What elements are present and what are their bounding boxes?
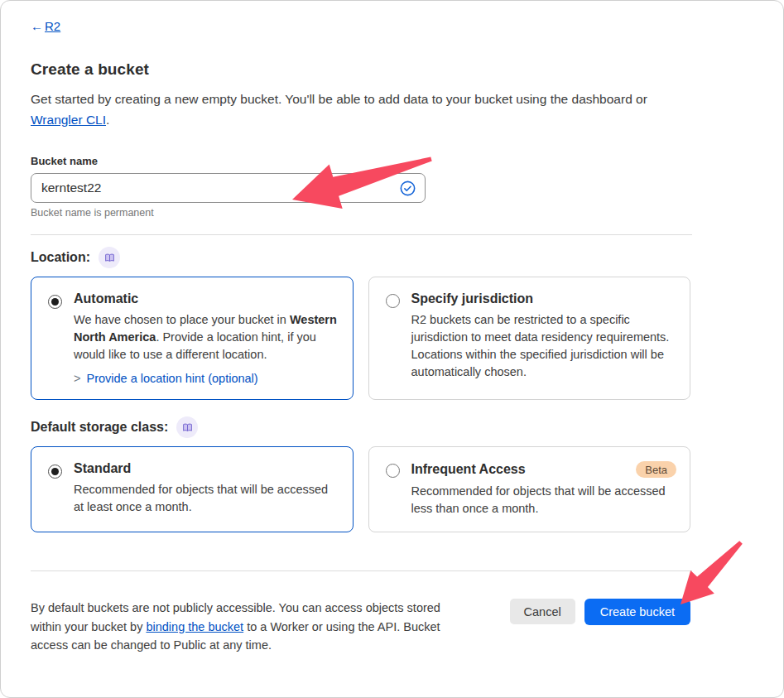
radio-infrequent[interactable] bbox=[386, 464, 400, 478]
bucket-name-helper: Bucket name is permanent bbox=[31, 207, 690, 219]
desc-before: We have chosen to place your bucket in bbox=[74, 313, 290, 326]
storage-class-label: Default storage class: bbox=[31, 420, 168, 435]
intro-text-before: Get started by creating a new empty buck… bbox=[31, 92, 647, 106]
location-section-header: Location: bbox=[31, 247, 690, 268]
storage-docs-icon[interactable] bbox=[176, 416, 198, 438]
bucket-name-input-wrap bbox=[31, 173, 426, 203]
intro-text-after: . bbox=[106, 113, 109, 127]
open-book-icon bbox=[182, 422, 193, 433]
radio-standard[interactable] bbox=[48, 465, 62, 479]
cancel-button[interactable]: Cancel bbox=[510, 599, 575, 624]
create-bucket-button[interactable]: Create bucket bbox=[584, 599, 690, 625]
option-desc-automatic: We have chosen to place your bucket in W… bbox=[74, 311, 339, 363]
create-bucket-page: ←R2 Create a bucket Get started by creat… bbox=[0, 0, 784, 698]
valid-check-icon bbox=[400, 181, 416, 196]
storage-section-header: Default storage class: bbox=[31, 416, 690, 438]
back-arrow-icon[interactable]: ← bbox=[31, 19, 43, 33]
breadcrumb: ←R2 bbox=[31, 19, 690, 33]
footer: By default buckets are not publicly acce… bbox=[31, 599, 690, 655]
option-desc-infrequent: Recommended for objects that will be acc… bbox=[411, 483, 677, 517]
page-content: ←R2 Create a bucket Get started by creat… bbox=[1, 1, 690, 655]
wrangler-cli-link[interactable]: Wrangler CLI bbox=[31, 113, 106, 127]
option-title-automatic: Automatic bbox=[74, 291, 339, 306]
footer-buttons: Cancel Create bucket bbox=[510, 599, 690, 625]
binding-the-bucket-link[interactable]: binding the bucket bbox=[146, 620, 243, 633]
divider bbox=[31, 234, 692, 235]
storage-option-standard[interactable]: Standard Recommended for objects that wi… bbox=[31, 446, 354, 532]
chevron-right-icon: > bbox=[74, 372, 80, 385]
radio-automatic[interactable] bbox=[48, 295, 62, 309]
option-title-jurisdiction: Specify jurisdiction bbox=[411, 291, 677, 306]
open-book-icon bbox=[104, 253, 115, 263]
radio-jurisdiction[interactable] bbox=[386, 294, 400, 308]
bucket-name-input[interactable] bbox=[31, 173, 426, 203]
option-desc-standard: Recommended for objects that will be acc… bbox=[74, 481, 339, 516]
footer-note: By default buckets are not publicly acce… bbox=[31, 599, 473, 655]
option-title-infrequent: Infrequent Access bbox=[411, 462, 526, 477]
back-link-r2[interactable]: R2 bbox=[45, 19, 60, 33]
location-hint-row: >Provide a location hint (optional) bbox=[74, 372, 339, 385]
page-title: Create a bucket bbox=[31, 60, 690, 79]
location-option-jurisdiction[interactable]: Specify jurisdiction R2 buckets can be r… bbox=[368, 277, 691, 400]
intro-text: Get started by creating a new empty buck… bbox=[31, 89, 652, 130]
beta-badge: Beta bbox=[636, 461, 676, 478]
bucket-name-label: Bucket name bbox=[31, 155, 690, 167]
divider bbox=[31, 570, 692, 571]
storage-options: Standard Recommended for objects that wi… bbox=[31, 446, 690, 532]
option-title-standard: Standard bbox=[74, 461, 339, 476]
location-docs-icon[interactable] bbox=[99, 247, 120, 268]
location-label: Location: bbox=[31, 250, 90, 265]
storage-option-infrequent[interactable]: Infrequent Access Beta Recommended for o… bbox=[368, 446, 691, 532]
option-desc-jurisdiction: R2 buckets can be restricted to a specif… bbox=[411, 311, 677, 381]
location-hint-link[interactable]: Provide a location hint (optional) bbox=[86, 372, 257, 385]
location-option-automatic[interactable]: Automatic We have chosen to place your b… bbox=[31, 277, 354, 400]
location-options: Automatic We have chosen to place your b… bbox=[31, 277, 690, 400]
